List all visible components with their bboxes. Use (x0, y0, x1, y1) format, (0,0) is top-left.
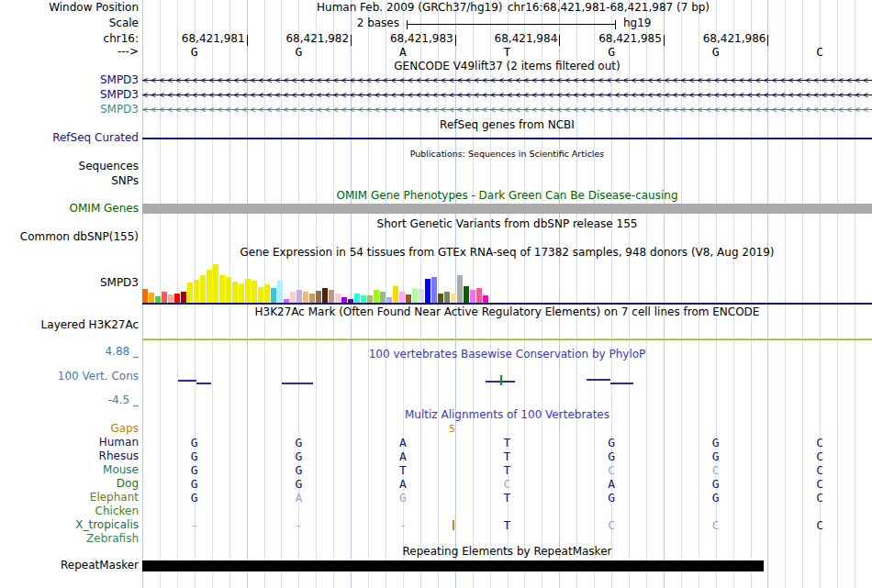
ruler-tick (455, 35, 456, 46)
gtex-expression-bar[interactable] (341, 297, 347, 303)
gtex-expression-bar[interactable] (174, 294, 180, 303)
gtex-expression-bar[interactable] (258, 287, 263, 303)
gtex-expression-bar[interactable] (335, 294, 341, 303)
gtex-expression-bar[interactable] (219, 275, 225, 303)
gtex-expression-bar[interactable] (386, 297, 392, 303)
gtex-expression-bar[interactable] (155, 296, 161, 303)
gtex-expression-bar[interactable] (322, 288, 328, 303)
h3k27ac-label[interactable]: Layered H3K27Ac (41, 319, 139, 331)
gtex-expression-bar[interactable] (361, 295, 366, 303)
gtex-expression-bar[interactable] (284, 299, 289, 303)
gtex-expression-bar[interactable] (187, 283, 193, 303)
gtex-expression-bar[interactable] (200, 275, 206, 303)
gtex-expression-bar[interactable] (374, 290, 379, 303)
gtex-expression-bar[interactable] (438, 294, 443, 303)
gtex-expression-bar[interactable] (232, 282, 238, 303)
repeat-element-item[interactable] (142, 560, 764, 571)
h3k27ac-signal[interactable] (142, 338, 872, 341)
gtex-expression-bar[interactable] (483, 295, 488, 303)
gtex-gene-label[interactable]: SMPD3 (100, 277, 139, 289)
gtex-expression-bar[interactable] (296, 290, 302, 303)
gtex-expression-bar[interactable] (399, 292, 405, 303)
window-position-label: Window Position (49, 2, 139, 14)
assembly-title: Human Feb. 2009 (GRCh37/hg19) (317, 2, 503, 14)
snps-label[interactable]: SNPs (111, 175, 139, 187)
gtex-expression-bar[interactable] (464, 286, 469, 303)
alignment-base: G (142, 478, 247, 491)
species-label-dog[interactable]: Dog (117, 478, 139, 490)
refseq-curated-label[interactable]: RefSeq Curated (52, 132, 139, 144)
gtex-expression-bar[interactable] (444, 292, 450, 303)
gtex-expression-bar[interactable] (162, 292, 167, 303)
gencode-transcript[interactable]: <<<<<<<<<<<<<<<<<<<<<<<<<<<<<<<<<<<<<<<<… (142, 74, 872, 86)
refseq-gene-item[interactable] (142, 138, 872, 139)
gtex-expression-bar[interactable] (451, 294, 456, 303)
insertion-tick (453, 520, 454, 530)
gtex-expression-bar[interactable] (213, 264, 218, 303)
scale-label: Scale (109, 17, 139, 29)
gtex-expression-bar[interactable] (239, 283, 244, 303)
gtex-expression-bar[interactable] (354, 294, 360, 303)
alignment-base: G (247, 450, 352, 463)
gtex-expression-bar[interactable] (393, 286, 398, 303)
gtex-expression-bar[interactable] (470, 290, 475, 303)
gtex-expression-bar[interactable] (149, 293, 154, 303)
species-label-x-tropicalis[interactable]: X_tropicalis (75, 519, 139, 531)
gtex-expression-bar[interactable] (303, 292, 308, 303)
species-label-zebrafish[interactable]: Zebrafish (86, 533, 139, 545)
alignment-base: T (455, 492, 560, 505)
gtex-expression-bar[interactable] (252, 281, 257, 303)
gtex-expression-bar[interactable] (380, 292, 386, 303)
gtex-expression-bar[interactable] (316, 291, 321, 303)
gtex-expression-bar[interactable] (181, 292, 186, 303)
gtex-expression-bar[interactable] (309, 294, 315, 303)
gtex-expression-bar[interactable] (367, 295, 373, 303)
gencode-transcript[interactable]: <<<<<<<<<<<<<<<<<<<<<<<<<<<<<<<<<<<<<<<<… (142, 104, 872, 116)
ruler-base: C (767, 46, 872, 59)
gtex-track-title: Gene Expression in 54 tissues from GTEx … (142, 247, 872, 259)
alignment-base: - (351, 519, 455, 532)
gtex-expression-bar[interactable] (168, 294, 173, 303)
species-label-elephant[interactable]: Elephant (90, 492, 139, 504)
alignment-base: C (767, 478, 872, 491)
gencode-item-label[interactable]: SMPD3 (100, 89, 139, 101)
dbsnp-label[interactable]: Common dbSNP(155) (20, 231, 139, 243)
gtex-expression-bar[interactable] (348, 299, 353, 303)
gtex-expression-bar[interactable] (226, 277, 231, 303)
ruler-tick (247, 35, 248, 46)
gaps-label[interactable]: Gaps (110, 423, 139, 435)
phylop-track-label[interactable]: 100 Vert. Cons (58, 371, 139, 383)
gtex-expression-bar[interactable] (419, 289, 424, 303)
species-label-chicken[interactable]: Chicken (95, 505, 139, 517)
gtex-expression-bar[interactable] (457, 275, 463, 303)
gtex-expression-bar[interactable] (245, 279, 251, 303)
gtex-expression-bar[interactable] (271, 288, 276, 303)
gtex-expression-bar[interactable] (264, 284, 270, 303)
gencode-item-label[interactable]: SMPD3 (100, 104, 139, 116)
ruler-tick (559, 35, 560, 46)
species-label-rhesus[interactable]: Rhesus (99, 450, 139, 462)
strand-direction-label: ---> (117, 46, 139, 58)
gtex-expression-bar[interactable] (277, 281, 283, 303)
gtex-expression-bar[interactable] (194, 280, 199, 303)
ruler-coordinate: 68,421,982 (275, 33, 349, 45)
species-label-human[interactable]: Human (99, 437, 139, 449)
gtex-expression-bar[interactable] (425, 279, 430, 303)
gtex-expression-bar[interactable] (329, 290, 334, 303)
repeatmasker-label[interactable]: RepeatMasker (61, 560, 139, 571)
ruler-coordinate: 68,421,984 (484, 33, 557, 45)
sequences-label[interactable]: Sequences (79, 161, 139, 172)
gtex-expression-bar[interactable] (290, 292, 296, 303)
omim-genes-label[interactable]: OMIM Genes (70, 203, 139, 215)
gtex-expression-bar[interactable] (207, 270, 212, 303)
gtex-expression-bar[interactable] (412, 288, 418, 303)
gencode-transcript[interactable]: <<<<<<<<<<<<<<<<<<<<<<<<<<<<<<<<<<<<<<<<… (142, 89, 872, 101)
alignment-base: C (559, 519, 664, 532)
gtex-expression-bar[interactable] (476, 288, 482, 303)
gencode-item-label[interactable]: SMPD3 (100, 74, 139, 86)
omim-gene-item[interactable] (142, 204, 872, 214)
gtex-expression-bar[interactable] (431, 277, 437, 303)
gtex-expression-bar[interactable] (142, 289, 148, 303)
species-label-mouse[interactable]: Mouse (103, 464, 139, 476)
gtex-expression-bar[interactable] (406, 294, 411, 303)
